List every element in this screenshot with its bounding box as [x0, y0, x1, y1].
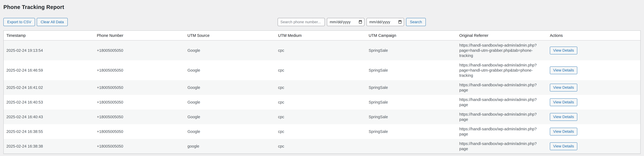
utm-campaign-cell: SpringSale [366, 109, 456, 124]
view-details-button[interactable]: View Details [550, 84, 577, 91]
utm-campaign-cell: SpringSale [366, 60, 456, 80]
utm-source-cell: Google [185, 40, 275, 60]
actions-cell: View Details [547, 139, 640, 154]
utm-campaign-cell [366, 139, 456, 154]
utm-campaign-cell: SpringSale [366, 124, 456, 139]
utm-source-cell: Google [185, 124, 275, 139]
phone-tracking-report-page: Phone Tracking Report Export to CSV Clea… [0, 0, 644, 154]
view-details-button[interactable]: View Details [550, 66, 577, 74]
original-referrer-cell: https://handl-sandbox/wp-admin/admin.php… [456, 124, 547, 139]
original-referrer-cell: https://handl-sandbox/wp-admin/admin.php… [456, 139, 547, 154]
actions-cell: View Details [547, 109, 640, 124]
column-header-utm-source: UTM Source [185, 31, 275, 40]
original-referrer-cell: https://handl-sandbox/wp-admin/admin.php… [456, 95, 547, 109]
utm-source-cell: Google [185, 95, 275, 109]
timestamp-cell: 2025-02-24 16:41:02 [4, 80, 94, 95]
view-details-button[interactable]: View Details [550, 98, 577, 106]
column-header-phone-number: Phone Number [94, 31, 185, 40]
phone-tracking-table: Timestamp Phone Number UTM Source UTM Me… [4, 31, 640, 154]
utm-medium-cell: cpc [275, 60, 366, 80]
view-details-button[interactable]: View Details [550, 113, 577, 121]
utm-medium-cell: cpc [275, 139, 366, 154]
timestamp-cell: 2025-02-24 19:13:54 [4, 40, 94, 60]
actions-cell: View Details [547, 95, 640, 109]
utm-medium-cell: cpc [275, 40, 366, 60]
column-header-original-referrer: Original Referrer [456, 31, 547, 40]
view-details-button[interactable]: View Details [550, 142, 577, 150]
phone-number-cell: +18005005050 [94, 124, 185, 139]
phone-number-cell: +18005005050 [94, 109, 185, 124]
export-csv-button[interactable]: Export to CSV [4, 18, 35, 26]
column-header-actions: Actions [547, 31, 640, 40]
table-row: 2025-02-24 16:40:43 +18005005050 Google … [4, 109, 640, 124]
timestamp-cell: 2025-02-24 16:38:55 [4, 124, 94, 139]
utm-medium-cell: cpc [275, 124, 366, 139]
view-details-button[interactable]: View Details [550, 128, 577, 135]
actions-cell: View Details [547, 124, 640, 139]
clear-all-data-button[interactable]: Clear All Data [37, 18, 68, 26]
table-header-row: Timestamp Phone Number UTM Source UTM Me… [4, 31, 640, 40]
column-header-timestamp: Timestamp [4, 31, 94, 40]
utm-medium-cell: cpc [275, 95, 366, 109]
utm-campaign-cell: SpringSale [366, 95, 456, 109]
original-referrer-cell: https://handl-sandbox/wp-admin/admin.php… [456, 60, 547, 80]
report-table-wrap: Timestamp Phone Number UTM Source UTM Me… [4, 31, 640, 154]
utm-campaign-cell: SpringSale [366, 80, 456, 95]
phone-number-cell: +18005005050 [94, 139, 185, 154]
utm-medium-cell: cpc [275, 109, 366, 124]
utm-medium-cell: cpc [275, 80, 366, 95]
table-row: 2025-02-24 16:40:53 +18005005050 Google … [4, 95, 640, 109]
date-to-input[interactable] [366, 18, 404, 26]
original-referrer-cell: https://handl-sandbox/wp-admin/admin.php… [456, 80, 547, 95]
utm-source-cell: Google [185, 109, 275, 124]
timestamp-cell: 2025-02-24 16:46:59 [4, 60, 94, 80]
phone-search-input[interactable] [278, 18, 325, 26]
table-row: 2025-02-24 19:13:54 +18005005050 Google … [4, 40, 640, 60]
search-button[interactable]: Search [406, 18, 426, 26]
timestamp-cell: 2025-02-24 16:40:53 [4, 95, 94, 109]
page-title: Phone Tracking Report [4, 0, 640, 10]
table-body: 2025-02-24 19:13:54 +18005005050 Google … [4, 40, 640, 154]
table-header: Timestamp Phone Number UTM Source UTM Me… [4, 31, 640, 40]
timestamp-cell: 2025-02-24 16:38:38 [4, 139, 94, 154]
actions-cell: View Details [547, 80, 640, 95]
phone-number-cell: +18005005050 [94, 95, 185, 109]
utm-campaign-cell: SpringSale [366, 40, 456, 60]
table-row: 2025-02-24 16:41:02 +18005005050 Google … [4, 80, 640, 95]
toolbar: Export to CSV Clear All Data Search [4, 18, 640, 26]
original-referrer-cell: https://handl-sandbox/wp-admin/admin.php… [456, 109, 547, 124]
utm-source-cell: Google [185, 60, 275, 80]
phone-number-cell: +18005005050 [94, 80, 185, 95]
utm-source-cell: Google [185, 80, 275, 95]
phone-number-cell: +18005005050 [94, 60, 185, 80]
original-referrer-cell: https://handl-sandbox/wp-admin/admin.php… [456, 40, 547, 60]
column-header-utm-campaign: UTM Campaign [366, 31, 456, 40]
column-header-utm-medium: UTM Medium [275, 31, 366, 40]
timestamp-cell: 2025-02-24 16:40:43 [4, 109, 94, 124]
actions-cell: View Details [547, 60, 640, 80]
table-row: 2025-02-24 16:38:38 +18005005050 google … [4, 139, 640, 154]
search-filter-group: Search [278, 18, 426, 26]
phone-number-cell: +18005005050 [94, 40, 185, 60]
table-row: 2025-02-24 16:46:59 +18005005050 Google … [4, 60, 640, 80]
date-from-input[interactable] [327, 18, 364, 26]
utm-source-cell: google [185, 139, 275, 154]
view-details-button[interactable]: View Details [550, 47, 577, 54]
table-row: 2025-02-24 16:38:55 +18005005050 Google … [4, 124, 640, 139]
actions-cell: View Details [547, 40, 640, 60]
